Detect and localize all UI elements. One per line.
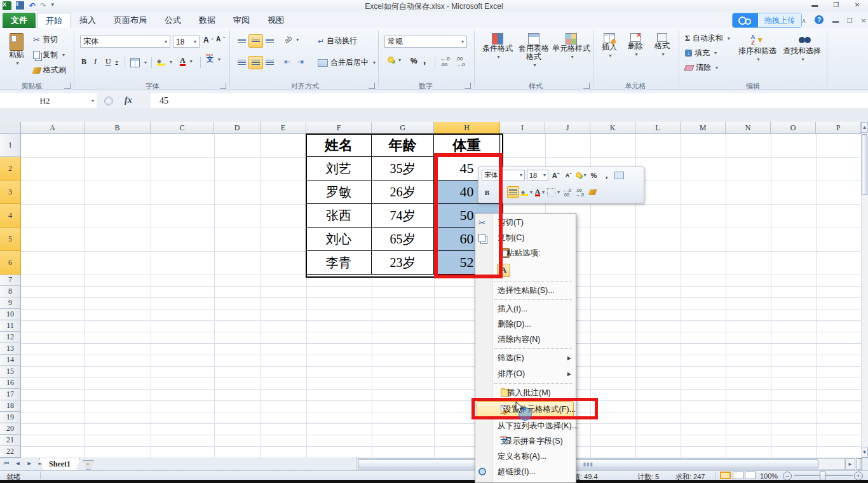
page-break-view-button[interactable] <box>745 472 756 479</box>
align-left-button[interactable] <box>234 56 249 69</box>
mini-increase-decimal-button[interactable]: ←.0.00 <box>562 187 573 198</box>
tab-文件[interactable]: 文件 <box>3 13 36 28</box>
row-header-18[interactable]: 18 <box>0 400 21 412</box>
mini-font-size-combobox[interactable]: 18▾ <box>527 170 548 180</box>
sheet-tab-sheet1[interactable]: Sheet1 <box>39 458 80 471</box>
context-menu-item-format-cells[interactable]: 设置单元格格式(F)... <box>475 400 576 418</box>
mini-font-name-combobox[interactable]: 宋体▾ <box>482 170 525 180</box>
table-cell[interactable]: 65岁 <box>372 228 434 251</box>
row-header-10[interactable]: 10 <box>0 309 21 320</box>
clear-button[interactable]: 清除▾ <box>685 62 718 73</box>
column-header-I[interactable]: I <box>500 122 545 134</box>
mini-bold-button[interactable]: B <box>482 187 492 198</box>
minimize-button[interactable]: ▬ <box>805 1 824 9</box>
context-menu-item-delete[interactable]: 删除(D)... <box>475 316 576 332</box>
conditional-formatting-button[interactable]: 条件格式▾ <box>481 33 514 61</box>
number-format-combobox[interactable]: 常规▾ <box>384 36 467 48</box>
italic-button[interactable]: I <box>94 57 97 67</box>
column-header-A[interactable]: A <box>21 122 85 134</box>
column-header-C[interactable]: C <box>151 122 214 134</box>
font-name-combobox[interactable]: 宋体▾ <box>80 36 170 48</box>
column-header-G[interactable]: G <box>372 122 434 134</box>
row-header-12[interactable]: 12 <box>0 332 21 343</box>
zoom-in-icon[interactable]: + <box>854 472 863 480</box>
column-header-K[interactable]: K <box>590 122 635 134</box>
restore-button[interactable]: ❐ <box>827 1 846 9</box>
comma-style-button[interactable]: , <box>423 55 426 65</box>
find-select-button[interactable]: 查找和选择▾ <box>780 33 824 64</box>
context-menu-item-sort[interactable]: 排序(O)▶ <box>475 366 576 382</box>
table-header-cell[interactable]: 体重 <box>434 134 500 157</box>
cell-styles-button[interactable]: 单元格样式▾ <box>552 33 591 61</box>
context-menu-item-paste-special[interactable]: 选择性粘贴(S)... <box>475 283 576 298</box>
mini-align-center-button[interactable] <box>507 186 519 198</box>
baidu-upload-button[interactable]: 拖拽上传 <box>732 13 802 28</box>
row-header-15[interactable]: 15 <box>0 366 21 378</box>
tab-审阅[interactable]: 审阅 <box>225 13 258 28</box>
decrease-indent-button[interactable]: ⇤ <box>284 57 290 66</box>
align-middle-button[interactable] <box>248 34 263 48</box>
cut-button[interactable]: ✂ 剪切 <box>33 34 58 45</box>
name-box[interactable]: H2 ▾ <box>0 93 97 108</box>
mini-shrink-font-button[interactable]: Aˇ <box>563 170 574 180</box>
paste-dropdown-icon[interactable]: ▾ <box>16 59 18 67</box>
copy-button[interactable]: 复制▾ <box>33 50 65 60</box>
tab-公式[interactable]: 公式 <box>156 13 189 28</box>
row-header-4[interactable]: 4 <box>0 204 21 228</box>
table-cell[interactable]: 刘心 <box>306 228 372 251</box>
row-header-1[interactable]: 1 <box>0 134 21 157</box>
table-header-cell[interactable]: 年龄 <box>372 134 434 157</box>
collapse-ribbon-icon[interactable]: ∧ <box>798 15 810 25</box>
row-header-6[interactable]: 6 <box>0 251 21 275</box>
accounting-format-button[interactable]: ▾ <box>388 57 401 63</box>
table-cell[interactable]: 26岁 <box>372 180 434 204</box>
column-header-D[interactable]: D <box>214 122 261 134</box>
mini-font-color-button[interactable]: A▾ <box>534 187 545 198</box>
clipboard-dialog-launcher[interactable] <box>64 83 71 89</box>
page-layout-view-button[interactable] <box>733 472 743 479</box>
tab-页面布局[interactable]: 页面布局 <box>105 13 155 28</box>
context-menu-item-paste-format[interactable]: A <box>475 261 576 280</box>
align-bottom-button[interactable] <box>262 34 277 48</box>
row-header-22[interactable]: 22 <box>0 446 21 458</box>
alignment-dialog-launcher[interactable] <box>369 83 375 89</box>
font-size-combobox[interactable]: 18▾ <box>173 36 200 48</box>
mini-borders-button[interactable]: ▾ <box>547 187 560 198</box>
format-cells-ribbon-button[interactable]: 格式▾ <box>651 33 674 58</box>
paste-keep-formatting-icon[interactable]: A <box>497 264 510 277</box>
table-cell[interactable]: 李青 <box>306 251 372 275</box>
format-as-table-button[interactable]: 套用表格格式▾ <box>516 33 552 69</box>
workbook-minimize-icon[interactable]: ▬ <box>830 15 841 25</box>
tab-视图[interactable]: 视图 <box>259 13 292 28</box>
row-header-7[interactable]: 7 <box>0 275 21 286</box>
percent-style-button[interactable]: % <box>410 57 417 65</box>
table-cell[interactable]: 张西 <box>306 204 372 228</box>
fill-color-button[interactable]: ◆▾ <box>157 58 172 65</box>
increase-decimal-button[interactable]: ←.0.00 <box>440 56 450 67</box>
mini-decrease-decimal-button[interactable]: .00→.0 <box>574 187 585 198</box>
row-header-14[interactable]: 14 <box>0 355 21 366</box>
context-menu-item-insert[interactable]: 插入(I)... <box>475 301 576 316</box>
fx-icon[interactable]: fx <box>125 95 132 105</box>
delete-cells-button[interactable]: ✕ 删除▾ <box>624 33 647 58</box>
formula-input[interactable]: 45 <box>151 93 868 108</box>
align-center-button[interactable] <box>248 56 263 69</box>
context-menu-item-paste-options[interactable]: 粘贴选项: <box>475 245 576 261</box>
row-header-11[interactable]: 11 <box>0 320 21 332</box>
next-sheet-icon[interactable]: ► <box>27 460 32 466</box>
vscroll-down-button[interactable]: ▼ <box>861 447 868 458</box>
format-painter-button[interactable]: 格式刷 <box>33 65 66 76</box>
vscroll-up-button[interactable]: ▲ <box>861 122 868 133</box>
mini-percent-button[interactable]: % <box>588 170 599 180</box>
vscrollbar-thumb[interactable] <box>862 134 867 195</box>
workbook-restore-icon[interactable]: ❐ <box>844 15 855 25</box>
first-sheet-icon[interactable]: ⏮ <box>4 460 9 466</box>
table-cell[interactable]: 罗敏 <box>306 180 372 204</box>
column-header-H[interactable]: H <box>434 122 500 134</box>
row-header-9[interactable]: 9 <box>0 297 21 309</box>
align-right-button[interactable] <box>262 56 277 69</box>
number-dialog-launcher[interactable] <box>465 83 471 89</box>
row-header-21[interactable]: 21 <box>0 435 21 446</box>
mini-comma-button[interactable]: , <box>601 170 612 180</box>
row-header-3[interactable]: 3 <box>0 180 21 204</box>
